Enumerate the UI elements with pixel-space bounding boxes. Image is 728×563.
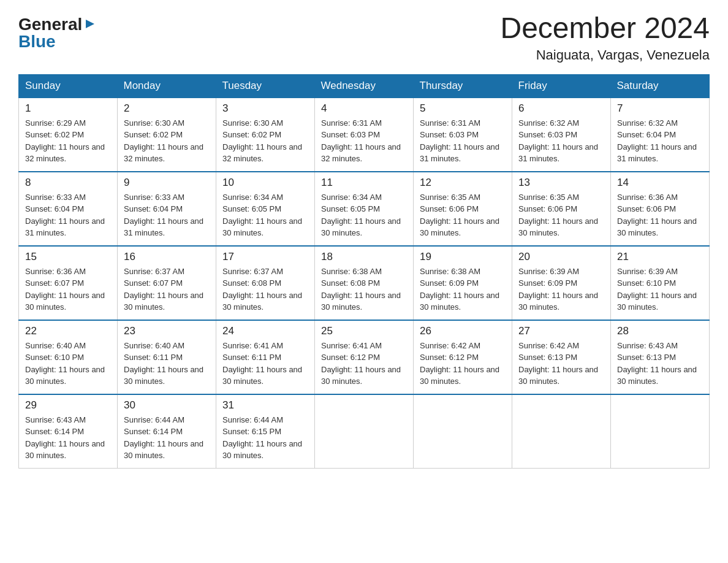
day-number: 28 — [617, 325, 703, 337]
calendar-cell: 8Sunrise: 6:33 AMSunset: 6:04 PMDaylight… — [19, 172, 118, 246]
day-number: 14 — [617, 177, 703, 189]
calendar-week-1: 1Sunrise: 6:29 AMSunset: 6:02 PMDaylight… — [19, 98, 710, 172]
calendar-cell: 6Sunrise: 6:32 AMSunset: 6:03 PMDaylight… — [512, 98, 611, 172]
title-block: December 2024 Naiguata, Vargas, Venezuel… — [500, 12, 710, 63]
day-info: Sunrise: 6:41 AMSunset: 6:11 PMDaylight:… — [222, 340, 308, 388]
calendar-cell: 12Sunrise: 6:35 AMSunset: 6:06 PMDayligh… — [414, 172, 512, 246]
day-number: 19 — [420, 251, 506, 263]
logo-blue: Blue — [18, 33, 56, 50]
logo: General Blue — [18, 16, 97, 50]
calendar-cell: 20Sunrise: 6:39 AMSunset: 6:09 PMDayligh… — [512, 246, 611, 320]
calendar-cell: 15Sunrise: 6:36 AMSunset: 6:07 PMDayligh… — [19, 246, 118, 320]
calendar-header-thursday: Thursday — [414, 74, 512, 98]
calendar-cell: 30Sunrise: 6:44 AMSunset: 6:14 PMDayligh… — [118, 394, 216, 469]
day-number: 8 — [25, 177, 111, 189]
calendar-cell: 17Sunrise: 6:37 AMSunset: 6:08 PMDayligh… — [216, 246, 315, 320]
calendar-cell: 22Sunrise: 6:40 AMSunset: 6:10 PMDayligh… — [19, 320, 118, 394]
day-number: 15 — [25, 251, 111, 263]
calendar-cell: 19Sunrise: 6:38 AMSunset: 6:09 PMDayligh… — [414, 246, 512, 320]
day-number: 12 — [420, 177, 506, 189]
calendar-cell: 25Sunrise: 6:41 AMSunset: 6:12 PMDayligh… — [315, 320, 414, 394]
calendar-cell: 28Sunrise: 6:43 AMSunset: 6:13 PMDayligh… — [611, 320, 710, 394]
day-number: 27 — [518, 325, 604, 337]
day-info: Sunrise: 6:31 AMSunset: 6:03 PMDaylight:… — [321, 117, 407, 165]
calendar-week-5: 29Sunrise: 6:43 AMSunset: 6:14 PMDayligh… — [19, 394, 710, 469]
calendar-cell: 31Sunrise: 6:44 AMSunset: 6:15 PMDayligh… — [216, 394, 315, 469]
day-info: Sunrise: 6:37 AMSunset: 6:07 PMDaylight:… — [124, 266, 210, 313]
day-info: Sunrise: 6:42 AMSunset: 6:13 PMDaylight:… — [518, 340, 604, 388]
day-info: Sunrise: 6:41 AMSunset: 6:12 PMDaylight:… — [321, 340, 407, 388]
calendar-cell: 11Sunrise: 6:34 AMSunset: 6:05 PMDayligh… — [315, 172, 414, 246]
day-number: 4 — [321, 102, 407, 115]
day-info: Sunrise: 6:34 AMSunset: 6:05 PMDaylight:… — [222, 191, 308, 239]
day-info: Sunrise: 6:44 AMSunset: 6:14 PMDaylight:… — [124, 414, 210, 462]
day-info: Sunrise: 6:35 AMSunset: 6:06 PMDaylight:… — [420, 191, 506, 239]
calendar-cell: 5Sunrise: 6:31 AMSunset: 6:03 PMDaylight… — [414, 98, 512, 172]
calendar-header-row: SundayMondayTuesdayWednesdayThursdayFrid… — [19, 74, 710, 98]
calendar-cell: 24Sunrise: 6:41 AMSunset: 6:11 PMDayligh… — [216, 320, 315, 394]
day-number: 2 — [124, 102, 210, 115]
day-info: Sunrise: 6:36 AMSunset: 6:06 PMDaylight:… — [617, 191, 703, 239]
day-number: 9 — [124, 177, 210, 189]
calendar-cell: 9Sunrise: 6:33 AMSunset: 6:04 PMDaylight… — [118, 172, 216, 246]
day-info: Sunrise: 6:30 AMSunset: 6:02 PMDaylight:… — [222, 117, 308, 165]
calendar-cell: 10Sunrise: 6:34 AMSunset: 6:05 PMDayligh… — [216, 172, 315, 246]
day-info: Sunrise: 6:44 AMSunset: 6:15 PMDaylight:… — [222, 414, 308, 462]
day-info: Sunrise: 6:39 AMSunset: 6:10 PMDaylight:… — [617, 266, 703, 313]
day-number: 21 — [617, 251, 703, 263]
page-header: General Blue December 2024 Naiguata, Var… — [18, 12, 710, 63]
month-title: December 2024 — [500, 12, 710, 45]
day-number: 10 — [222, 177, 308, 189]
day-info: Sunrise: 6:38 AMSunset: 6:08 PMDaylight:… — [321, 266, 407, 313]
calendar-cell: 23Sunrise: 6:40 AMSunset: 6:11 PMDayligh… — [118, 320, 216, 394]
day-number: 24 — [222, 325, 308, 337]
day-number: 25 — [321, 325, 407, 337]
calendar-header-saturday: Saturday — [611, 74, 710, 98]
calendar-header-monday: Monday — [118, 74, 216, 98]
calendar-table: SundayMondayTuesdayWednesdayThursdayFrid… — [18, 74, 710, 469]
calendar-cell: 29Sunrise: 6:43 AMSunset: 6:14 PMDayligh… — [19, 394, 118, 469]
day-info: Sunrise: 6:38 AMSunset: 6:09 PMDaylight:… — [420, 266, 506, 313]
calendar-cell: 16Sunrise: 6:37 AMSunset: 6:07 PMDayligh… — [118, 246, 216, 320]
day-info: Sunrise: 6:33 AMSunset: 6:04 PMDaylight:… — [25, 191, 111, 239]
day-info: Sunrise: 6:43 AMSunset: 6:13 PMDaylight:… — [617, 340, 703, 388]
calendar-cell — [512, 394, 611, 469]
day-info: Sunrise: 6:40 AMSunset: 6:10 PMDaylight:… — [25, 340, 111, 388]
day-number: 6 — [518, 102, 604, 115]
calendar-cell: 26Sunrise: 6:42 AMSunset: 6:12 PMDayligh… — [414, 320, 512, 394]
day-info: Sunrise: 6:33 AMSunset: 6:04 PMDaylight:… — [124, 191, 210, 239]
day-number: 7 — [617, 102, 703, 115]
calendar-week-2: 8Sunrise: 6:33 AMSunset: 6:04 PMDaylight… — [19, 172, 710, 246]
day-number: 18 — [321, 251, 407, 263]
calendar-week-4: 22Sunrise: 6:40 AMSunset: 6:10 PMDayligh… — [19, 320, 710, 394]
day-number: 17 — [222, 251, 308, 263]
calendar-header-wednesday: Wednesday — [315, 74, 414, 98]
day-number: 30 — [124, 399, 210, 412]
day-number: 20 — [518, 251, 604, 263]
day-info: Sunrise: 6:34 AMSunset: 6:05 PMDaylight:… — [321, 191, 407, 239]
day-number: 31 — [222, 399, 308, 412]
day-number: 1 — [25, 102, 111, 115]
day-number: 5 — [420, 102, 506, 115]
calendar-cell: 2Sunrise: 6:30 AMSunset: 6:02 PMDaylight… — [118, 98, 216, 172]
calendar-cell: 3Sunrise: 6:30 AMSunset: 6:02 PMDaylight… — [216, 98, 315, 172]
day-number: 13 — [518, 177, 604, 189]
logo-general: General — [18, 16, 82, 33]
calendar-week-3: 15Sunrise: 6:36 AMSunset: 6:07 PMDayligh… — [19, 246, 710, 320]
day-number: 22 — [25, 325, 111, 337]
calendar-header-friday: Friday — [512, 74, 611, 98]
calendar-header-sunday: Sunday — [19, 74, 118, 98]
calendar-cell: 14Sunrise: 6:36 AMSunset: 6:06 PMDayligh… — [611, 172, 710, 246]
calendar-cell — [315, 394, 414, 469]
calendar-cell: 7Sunrise: 6:32 AMSunset: 6:04 PMDaylight… — [611, 98, 710, 172]
day-info: Sunrise: 6:40 AMSunset: 6:11 PMDaylight:… — [124, 340, 210, 388]
calendar-cell: 13Sunrise: 6:35 AMSunset: 6:06 PMDayligh… — [512, 172, 611, 246]
day-number: 23 — [124, 325, 210, 337]
day-info: Sunrise: 6:30 AMSunset: 6:02 PMDaylight:… — [124, 117, 210, 165]
calendar-cell: 18Sunrise: 6:38 AMSunset: 6:08 PMDayligh… — [315, 246, 414, 320]
day-info: Sunrise: 6:42 AMSunset: 6:12 PMDaylight:… — [420, 340, 506, 388]
day-number: 16 — [124, 251, 210, 263]
day-info: Sunrise: 6:36 AMSunset: 6:07 PMDaylight:… — [25, 266, 111, 313]
day-info: Sunrise: 6:43 AMSunset: 6:14 PMDaylight:… — [25, 414, 111, 462]
calendar-header-tuesday: Tuesday — [216, 74, 315, 98]
